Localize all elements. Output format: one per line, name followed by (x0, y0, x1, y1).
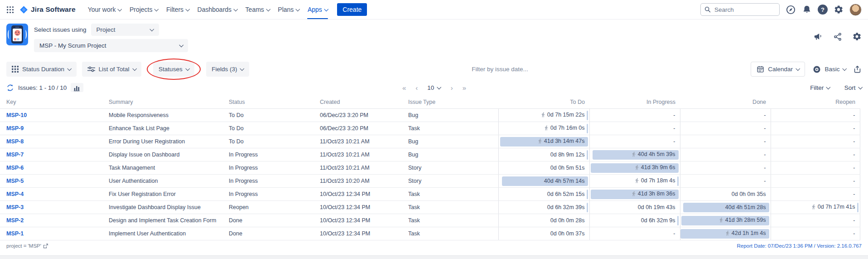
notifications-bell-icon[interactable] (802, 5, 812, 15)
issue-type-cell: Story (408, 161, 498, 175)
app-logo (6, 24, 28, 45)
report-settings-gear-icon[interactable] (852, 32, 862, 41)
feedback-megaphone-icon[interactable] (814, 32, 823, 41)
issue-key-link[interactable]: MSP-2 (0, 214, 109, 227)
duration-bar (587, 111, 588, 120)
table-row: MSP-5User AuthenticationIn Progress11/Oc… (0, 175, 860, 188)
summary-cell: Mobile Responsiveness (109, 109, 229, 122)
duration-cell-in-progress: 0d 7h 18m 4s (589, 175, 680, 188)
issue-key-link[interactable]: MSP-4 (0, 188, 109, 201)
issue-type-cell: Task (408, 188, 498, 201)
duration-cell-reopen: - (771, 122, 860, 135)
bottom-scrollbar-track[interactable] (0, 255, 868, 259)
duration-cell-done: - (680, 135, 771, 148)
issue-key-link[interactable]: MSP-5 (0, 175, 109, 188)
column-header-reopen[interactable]: Reopen (771, 96, 860, 109)
fields-dropdown[interactable]: Fields (3) (206, 62, 249, 77)
filter-dropdown[interactable]: Filter (810, 84, 830, 91)
chevron-down-icon (118, 7, 122, 11)
column-header-in-progress[interactable]: In Progress (589, 96, 680, 109)
column-header-done[interactable]: Done (680, 96, 771, 109)
duration-cell-in-progress: 0d 6h 32m 9s (589, 214, 680, 227)
nav-item-dashboards[interactable]: Dashboards (193, 0, 241, 19)
global-search[interactable] (700, 3, 780, 16)
chevron-down-icon (796, 66, 800, 70)
issue-key-link[interactable]: MSP-7 (0, 148, 109, 161)
duration-cell-reopen: - (771, 161, 860, 175)
product-name: Jira Software (31, 5, 76, 14)
next-page-button[interactable]: › (451, 84, 453, 92)
issue-date-filter[interactable]: Filter by issue date... (255, 66, 745, 73)
duration-cell-to-do: 0d 7h 15m 22s (498, 109, 589, 122)
statuses-dropdown[interactable]: Statuses (153, 62, 194, 77)
issue-key-link[interactable]: MSP-1 (0, 227, 109, 240)
export-icon[interactable] (853, 65, 862, 73)
summary-cell: Design and Implement Task Creation Form (109, 214, 229, 227)
duration-cell-in-progress: - (589, 135, 680, 148)
column-header-summary[interactable]: Summary (109, 96, 229, 109)
chart-view-button[interactable] (71, 83, 83, 92)
refresh-icon[interactable] (6, 84, 14, 92)
prev-page-button[interactable]: ‹ (415, 84, 417, 92)
nav-item-projects[interactable]: Projects (125, 0, 162, 19)
summary-cell: Investigate Dashboard Display Issue (109, 201, 229, 214)
report-toolbar: Status Duration List of Total Statuses F… (0, 58, 868, 82)
sliders-icon (87, 66, 95, 73)
view-detail-dropdown[interactable]: Basic (812, 65, 846, 74)
duration-cell-reopen: 0d 7h 17m 41s (771, 201, 860, 214)
discover-icon[interactable] (786, 5, 796, 15)
issue-key-link[interactable]: MSP-8 (0, 135, 109, 148)
summary-cell: Error During User Registration (109, 135, 229, 148)
settings-gear-icon[interactable] (834, 5, 844, 15)
project-select[interactable]: MSP - My Scrum Project (34, 39, 188, 52)
create-button[interactable]: Create (337, 3, 367, 16)
status-cell: In Progress (229, 148, 320, 161)
table-row: MSP-1Implement User AuthenticationDone10… (0, 227, 860, 240)
column-header-key[interactable]: Key (0, 96, 109, 109)
user-avatar[interactable] (849, 4, 862, 16)
duration-cell-to-do: 0d 0h 0m 28s (498, 214, 589, 227)
table-row: MSP-8Error During User RegistrationTo Do… (0, 135, 860, 148)
duration-cell-reopen: - (771, 175, 860, 188)
report-type-dropdown[interactable]: Status Duration (6, 62, 77, 77)
nav-item-apps[interactable]: Apps (304, 0, 332, 19)
issue-key-link[interactable]: MSP-9 (0, 122, 109, 135)
duration-cell-reopen: - (771, 148, 860, 161)
running-status-icon (634, 165, 640, 170)
duration-bar (587, 190, 588, 199)
column-header-to-do[interactable]: To Do (498, 96, 589, 109)
app-switcher-icon[interactable] (6, 6, 14, 14)
status-cell: Done (229, 227, 320, 240)
share-icon[interactable] (833, 32, 842, 41)
column-header-issue-type[interactable]: Issue Type (408, 96, 498, 109)
report-footer: project = 'MSP' Report Date: 07/Dec/23 1… (0, 240, 868, 251)
nav-item-your-work[interactable]: Your work (84, 0, 125, 19)
issue-key-link[interactable]: MSP-10 (0, 109, 109, 122)
page-size-select[interactable]: 10 (427, 84, 441, 91)
chevron-down-icon (826, 85, 830, 89)
help-icon[interactable]: ? (818, 5, 828, 15)
issue-type-cell: Task (408, 201, 498, 214)
time-unit-dropdown[interactable]: Calendar (751, 62, 805, 77)
column-header-status[interactable]: Status (229, 96, 320, 109)
issue-key-link[interactable]: MSP-3 (0, 201, 109, 214)
aggregation-dropdown[interactable]: List of Total (82, 62, 142, 77)
column-header-created[interactable]: Created (320, 96, 408, 109)
created-cell: 11/Oct/23 10:21 AM (320, 148, 408, 161)
issue-source-select[interactable]: Project (91, 24, 159, 36)
status-cell: To Do (229, 109, 320, 122)
nav-item-plans[interactable]: Plans (274, 0, 304, 19)
last-page-button[interactable]: » (463, 84, 466, 92)
sort-dropdown[interactable]: Sort (844, 84, 862, 91)
jira-logo[interactable]: Jira Software (19, 5, 76, 14)
duration-cell-to-do: 0d 6h 52m 15s (498, 188, 589, 201)
nav-item-filters[interactable]: Filters (162, 0, 193, 19)
issue-key-link[interactable]: MSP-6 (0, 161, 109, 175)
jql-link[interactable]: project = 'MSP' (6, 243, 48, 249)
first-page-button[interactable]: « (402, 84, 405, 92)
nav-item-teams[interactable]: Teams (241, 0, 274, 19)
duration-cell-in-progress: 41d 3h 8m 36s (589, 188, 680, 201)
search-input[interactable] (700, 3, 780, 16)
duration-cell-to-do: 0d 7h 16m 0s (498, 122, 589, 135)
running-status-icon (719, 217, 724, 223)
